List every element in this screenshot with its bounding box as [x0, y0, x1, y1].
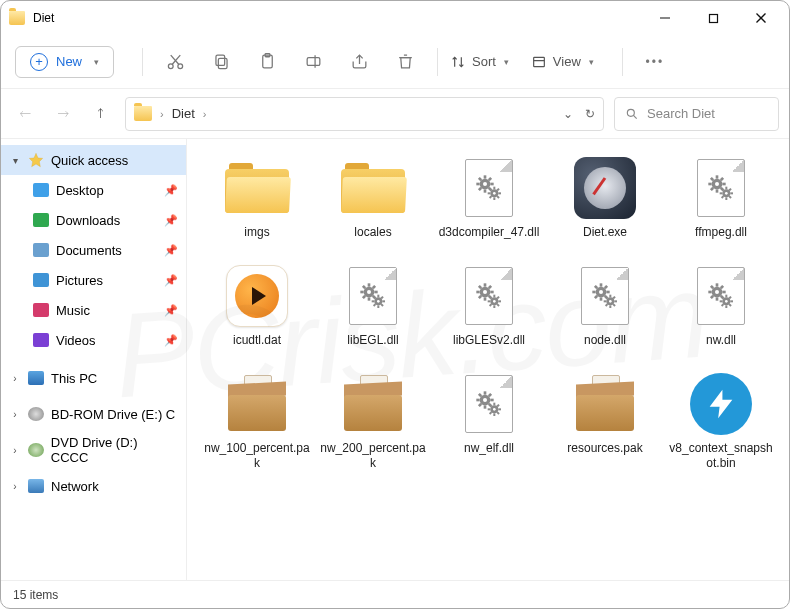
- folder-type-icon: [33, 333, 49, 347]
- new-button[interactable]: + New ▾: [15, 46, 114, 78]
- dll-icon: [465, 267, 513, 325]
- sidebar-item-label: Network: [51, 479, 99, 494]
- more-button[interactable]: •••: [635, 44, 675, 80]
- package-icon: [344, 377, 402, 431]
- svg-rect-12: [307, 58, 320, 66]
- file-item[interactable]: ffmpeg.dll: [665, 151, 777, 255]
- svg-rect-9: [215, 55, 224, 65]
- dll-icon: [465, 159, 513, 217]
- rename-button[interactable]: [293, 44, 333, 80]
- close-button[interactable]: [741, 4, 781, 32]
- sidebar[interactable]: ▾ Quick access Desktop 📌 Downloads 📌 Doc…: [1, 139, 187, 580]
- folder-icon: [225, 163, 289, 213]
- file-label: node.dll: [584, 333, 626, 363]
- file-item[interactable]: libEGL.dll: [317, 259, 429, 363]
- delete-button[interactable]: [385, 44, 425, 80]
- file-item[interactable]: libGLESv2.dll: [433, 259, 545, 363]
- sidebar-item-label: Music: [56, 303, 90, 318]
- sidebar-item-label: Documents: [56, 243, 122, 258]
- pc-icon: [28, 371, 44, 385]
- file-item[interactable]: d3dcompiler_47.dll: [433, 151, 545, 255]
- sidebar-item-desktop[interactable]: Desktop 📌: [1, 175, 186, 205]
- sidebar-item-label: Desktop: [56, 183, 104, 198]
- sidebar-item-music[interactable]: Music 📌: [1, 295, 186, 325]
- file-label: Diet.exe: [583, 225, 627, 255]
- chevron-down-icon[interactable]: ⌄: [563, 107, 573, 121]
- file-label: libEGL.dll: [347, 333, 398, 363]
- file-item[interactable]: icudtl.dat: [201, 259, 313, 363]
- share-button[interactable]: [339, 44, 379, 80]
- divider: [622, 48, 623, 76]
- breadcrumb-item[interactable]: Diet: [172, 106, 195, 121]
- file-item[interactable]: nw_200_percent.pak: [317, 367, 429, 471]
- dll-icon: [349, 267, 397, 325]
- up-button[interactable]: 🡑: [87, 100, 115, 128]
- chevron-down-icon: ▾: [94, 57, 99, 67]
- folder-type-icon: [33, 273, 49, 287]
- sidebar-item-downloads[interactable]: Downloads 📌: [1, 205, 186, 235]
- sidebar-dvd[interactable]: › DVD Drive (D:) CCCC: [1, 435, 186, 465]
- sidebar-bd-rom[interactable]: › BD-ROM Drive (E:) C: [1, 399, 186, 429]
- chevron-down-icon: ▾: [504, 57, 509, 67]
- file-label: ffmpeg.dll: [695, 225, 747, 255]
- folder-type-icon: [33, 303, 49, 317]
- chevron-right-icon: ›: [160, 108, 164, 120]
- minimize-button[interactable]: [645, 4, 685, 32]
- status-bar: 15 items: [1, 580, 789, 608]
- svg-marker-21: [29, 153, 42, 166]
- file-label: nw_200_percent.pak: [319, 441, 427, 471]
- sidebar-network[interactable]: › Network: [1, 471, 186, 501]
- view-button[interactable]: View ▾: [531, 54, 594, 70]
- address-bar[interactable]: › Diet › ⌄ ↻: [125, 97, 604, 131]
- folder-icon: [341, 163, 405, 213]
- sidebar-this-pc[interactable]: › This PC: [1, 363, 186, 393]
- file-item[interactable]: Diet.exe: [549, 151, 661, 255]
- copy-button[interactable]: [201, 44, 241, 80]
- cut-button[interactable]: [155, 44, 195, 80]
- file-item[interactable]: nw_100_percent.pak: [201, 367, 313, 471]
- maximize-button[interactable]: [693, 4, 733, 32]
- sidebar-item-documents[interactable]: Documents 📌: [1, 235, 186, 265]
- file-label: nw_100_percent.pak: [203, 441, 311, 471]
- file-item[interactable]: locales: [317, 151, 429, 255]
- search-input[interactable]: Search Diet: [614, 97, 779, 131]
- sidebar-item-label: Downloads: [56, 213, 120, 228]
- paste-button[interactable]: [247, 44, 287, 80]
- sort-button[interactable]: Sort ▾: [450, 54, 509, 70]
- folder-icon: [9, 11, 25, 25]
- snapshot-icon: [690, 373, 752, 435]
- forward-button[interactable]: 🡒: [49, 100, 77, 128]
- folder-type-icon: [33, 213, 49, 227]
- file-label: d3dcompiler_47.dll: [439, 225, 540, 255]
- file-pane[interactable]: imgslocalesd3dcompiler_47.dllDiet.exeffm…: [187, 139, 789, 580]
- toolbar: + New ▾ Sort ▾ View ▾ •••: [1, 35, 789, 89]
- file-label: imgs: [244, 225, 269, 255]
- back-button[interactable]: 🡐: [11, 100, 39, 128]
- item-count: 15 items: [13, 588, 58, 602]
- search-icon: [625, 107, 639, 121]
- application-icon: [574, 157, 636, 219]
- sidebar-quick-access[interactable]: ▾ Quick access: [1, 145, 186, 175]
- disc-icon: [28, 407, 44, 421]
- file-label: resources.pak: [567, 441, 642, 471]
- sidebar-item-label: Videos: [56, 333, 96, 348]
- refresh-button[interactable]: ↻: [585, 107, 595, 121]
- address-row: 🡐 🡒 🡑 › Diet › ⌄ ↻ Search Diet: [1, 89, 789, 139]
- file-item[interactable]: nw_elf.dll: [433, 367, 545, 471]
- file-label: v8_context_snapshot.bin: [667, 441, 775, 471]
- sidebar-item-label: Pictures: [56, 273, 103, 288]
- sidebar-item-pictures[interactable]: Pictures 📌: [1, 265, 186, 295]
- svg-point-19: [627, 109, 634, 116]
- dll-icon: [581, 267, 629, 325]
- package-icon: [576, 377, 634, 431]
- file-item[interactable]: nw.dll: [665, 259, 777, 363]
- file-item[interactable]: resources.pak: [549, 367, 661, 471]
- file-item[interactable]: v8_context_snapshot.bin: [665, 367, 777, 471]
- file-item[interactable]: node.dll: [549, 259, 661, 363]
- dll-icon: [697, 267, 745, 325]
- pin-icon: 📌: [164, 214, 178, 227]
- explorer-window[interactable]: PCrisk.com Diet + New ▾ Sort ▾: [0, 0, 790, 609]
- sidebar-item-videos[interactable]: Videos 📌: [1, 325, 186, 355]
- disc-icon: [28, 443, 44, 457]
- file-item[interactable]: imgs: [201, 151, 313, 255]
